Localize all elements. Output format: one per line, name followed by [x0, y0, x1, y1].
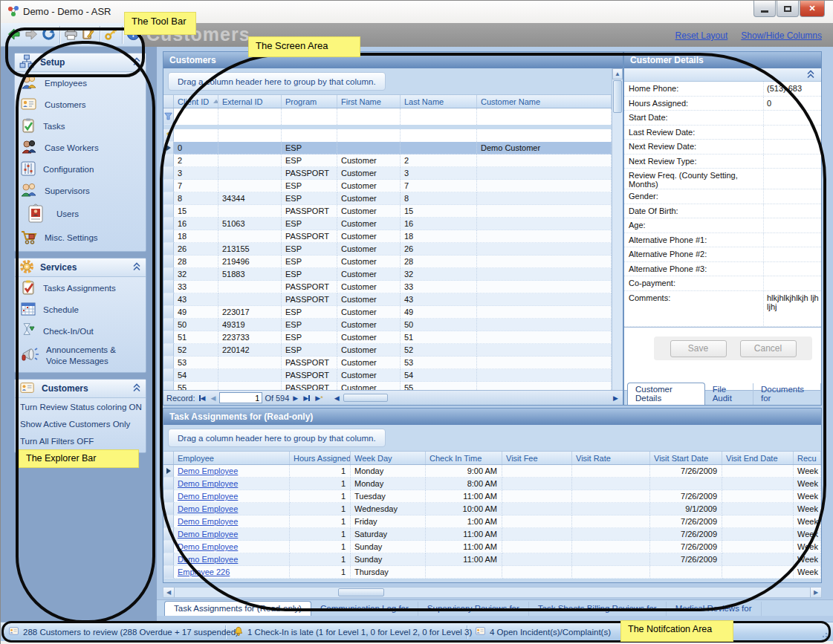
column-header-employee[interactable]: Employee: [174, 452, 290, 464]
customer-row[interactable]: 1651063ESPCustomer16: [163, 218, 612, 230]
task-row[interactable]: Demo Employee1Monday9:00 AM7/26/2009Week: [163, 465, 821, 478]
next-record-button[interactable]: ▶: [291, 394, 299, 402]
employee-link[interactable]: Demo Employee: [178, 466, 238, 475]
tab-medical-reviews[interactable]: Medical Reviews for: [667, 602, 762, 616]
detail-field-row[interactable]: Last Review Date:: [624, 126, 821, 140]
customer-row[interactable]: 3PASSPORTCustomer3: [163, 167, 612, 180]
customer-row[interactable]: 55PASSPORTCustomer55: [163, 382, 612, 390]
customer-row[interactable]: 0ESPDemo Customer: [163, 142, 612, 155]
detail-field-row[interactable]: Comments:hlkjhlkjhlkjh ljhljhj: [624, 291, 821, 327]
tab-task-sheets-billing-reviews[interactable]: Task Sheets Billing Reviews for: [529, 602, 667, 616]
detail-field-row[interactable]: Gender:: [624, 189, 821, 204]
task-row[interactable]: Demo Employee1Friday1:00 AM7/26/2009Week: [163, 515, 821, 528]
sidebar-item-configuration[interactable]: Configuration: [15, 158, 146, 180]
employee-link[interactable]: Demo Employee: [178, 504, 238, 513]
detail-field-row[interactable]: Hours Assigned:0: [624, 97, 821, 111]
detail-field-row[interactable]: Alternative Phone #2:: [624, 247, 821, 262]
show-hide-columns-link[interactable]: Show/Hide Columns: [741, 30, 822, 41]
collapse-chevron-icon[interactable]: [132, 57, 141, 68]
sidebar-link-review-coloring[interactable]: Turn Review Status coloring ON: [15, 398, 146, 415]
hscroll-right-arrow-icon[interactable]: ▶: [810, 588, 821, 597]
column-header-recurrence[interactable]: Recu: [794, 452, 821, 464]
print-button[interactable]: [62, 25, 80, 45]
record-number-input[interactable]: [219, 392, 262, 403]
task-row[interactable]: Demo Employee1Sunday11:00 AM7/26/2009Wee…: [163, 541, 821, 553]
employee-link[interactable]: Employee 226: [178, 567, 230, 576]
scroll-up-arrow-icon[interactable]: ▲: [612, 68, 623, 79]
detail-field-row[interactable]: Alternative Phone #3:: [624, 262, 821, 277]
task-row[interactable]: Demo Employee1Monday8:00 AMWeek: [163, 478, 821, 490]
customer-row[interactable]: 43PASSPORTCustomer43: [163, 293, 612, 306]
last-record-button[interactable]: ▶: [302, 394, 311, 402]
employee-link[interactable]: Demo Employee: [178, 542, 238, 551]
sidebar-item-supervisors[interactable]: Supervisors: [15, 180, 146, 201]
customer-row[interactable]: 5049319ESPCustomer50: [163, 319, 612, 331]
customer-row[interactable]: 3251883ESPCustomer32: [163, 268, 612, 281]
column-header-client-id[interactable]: Client ID: [174, 95, 218, 108]
customer-row[interactable]: 28219496ESPCustomer28: [163, 256, 612, 268]
hscroll-right-arrow-icon[interactable]: ▶: [612, 394, 620, 402]
customer-row[interactable]: 52220142ESPCustomer52: [163, 344, 612, 357]
column-header-program[interactable]: Program: [282, 95, 337, 108]
collapse-chevron-icon[interactable]: [806, 70, 815, 80]
sidebar-item-tasks-assignments[interactable]: Tasks Assignments: [15, 277, 146, 299]
column-header-check-in-time[interactable]: Check In Time: [426, 452, 502, 464]
column-header-last-name[interactable]: Last Name: [401, 95, 477, 108]
sidebar-item-announcements[interactable]: Announcements & Voice Messages: [15, 342, 146, 369]
sidebar-item-customers[interactable]: Customers: [15, 94, 146, 115]
detail-field-row[interactable]: Alternative Phone #1:: [624, 233, 821, 248]
customers-horizontal-scrollbar[interactable]: [343, 394, 610, 402]
detail-field-row[interactable]: Next Review Type:: [624, 155, 821, 169]
scrollbar-thumb[interactable]: [613, 80, 622, 113]
collapse-chevron-icon[interactable]: [132, 383, 141, 394]
employee-link[interactable]: Demo Employee: [178, 555, 238, 564]
notes-button[interactable]: [80, 25, 97, 45]
sidebar-item-users[interactable]: Users: [15, 201, 146, 227]
sidebar-link-active-customers[interactable]: Show Active Customers Only: [15, 415, 146, 432]
resize-grip[interactable]: [822, 629, 831, 638]
minimize-button[interactable]: [753, 1, 776, 17]
column-header-week-day[interactable]: Week Day: [351, 452, 426, 464]
task-row[interactable]: Employee 2261ThursdayWeek: [163, 566, 821, 579]
detail-field-row[interactable]: Start Date:: [624, 111, 821, 126]
customer-row[interactable]: 18PASSPORTCustomer18: [163, 230, 612, 243]
sidebar-item-check-in-out[interactable]: Check-In/Out: [15, 320, 146, 342]
detail-field-row[interactable]: Next Review Date:: [624, 140, 821, 155]
sidebar-section-setup-header[interactable]: Setup: [15, 53, 146, 72]
employee-link[interactable]: Demo Employee: [178, 517, 238, 526]
detail-field-row[interactable]: Home Phone:(513) 683: [624, 82, 821, 97]
first-record-button[interactable]: ◀: [198, 394, 207, 402]
sidebar-item-tasks[interactable]: Tasks: [15, 115, 146, 137]
tab-communication-log[interactable]: Communication Log for: [311, 602, 418, 616]
scrollbar-thumb[interactable]: [338, 588, 384, 596]
column-header-visit-start-date[interactable]: Visit Start Date: [650, 452, 722, 464]
detail-field-row[interactable]: Review Freq. (County Setting, Months): [624, 169, 821, 189]
tab-file-audit[interactable]: File Audit: [705, 383, 753, 405]
detail-field-row[interactable]: Co-payment:: [624, 276, 821, 291]
detail-field-row[interactable]: Date Of Birth:: [624, 204, 821, 219]
refresh-button[interactable]: [40, 25, 57, 45]
customer-row[interactable]: 54PASSPORTCustomer54: [163, 369, 612, 382]
customer-row[interactable]: 53PASSPORTCustomer53: [163, 357, 612, 369]
tab-task-assignments[interactable]: Task Assignments for (Read-only): [164, 601, 311, 616]
customer-row[interactable]: 33PASSPORTCustomer33: [163, 281, 612, 293]
customer-row[interactable]: 49223017ESPCustomer49: [163, 306, 612, 319]
sidebar-item-misc-settings[interactable]: Misc. Settings: [15, 227, 146, 248]
task-row[interactable]: Demo Employee1Tuesday11:00 AM7/26/2009We…: [163, 490, 821, 503]
sidebar-item-schedule[interactable]: Schedule: [15, 299, 146, 320]
hscroll-left-arrow-icon[interactable]: ◀: [333, 394, 341, 402]
previous-record-button[interactable]: ◀: [209, 394, 217, 402]
customer-row[interactable]: 7ESPCustomer7: [163, 180, 612, 192]
column-header-visit-fee[interactable]: Visit Fee: [502, 452, 572, 464]
tab-documents-for[interactable]: Documents for: [753, 383, 821, 405]
detail-field-row[interactable]: Age:: [624, 218, 821, 233]
employee-link[interactable]: Demo Employee: [178, 479, 238, 488]
save-button[interactable]: Save: [670, 340, 727, 357]
notification-customers-review[interactable]: 288 Customers to review (288 Overdue + 1…: [1, 625, 226, 639]
new-record-row[interactable]: *: [163, 129, 612, 142]
customer-row[interactable]: 26213155ESPCustomer26: [163, 243, 612, 256]
sidebar-section-services-header[interactable]: Services: [15, 258, 146, 277]
column-header-external-id[interactable]: External ID: [218, 95, 282, 108]
cancel-button[interactable]: Cancel: [740, 340, 797, 357]
sidebar-section-customers-header[interactable]: Customers: [15, 380, 146, 398]
